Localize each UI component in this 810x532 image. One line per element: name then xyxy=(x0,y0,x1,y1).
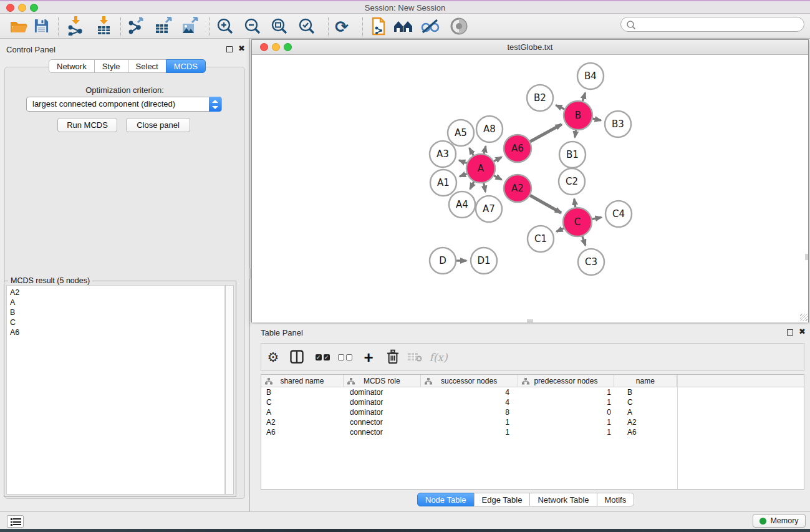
scroll-nub-bottom[interactable] xyxy=(527,319,533,322)
edge-C-C3[interactable] xyxy=(582,236,586,246)
mcds-result-list[interactable]: A2ABCA6 xyxy=(6,285,225,495)
search-input[interactable] xyxy=(637,18,799,31)
node-C4[interactable]: C4 xyxy=(605,201,632,227)
node-B3[interactable]: B3 xyxy=(605,111,631,137)
zoom-out-button[interactable] xyxy=(242,16,263,37)
table-row-B[interactable]: Bdominator41B xyxy=(261,387,804,397)
mcds-result-scrollbar[interactable] xyxy=(225,285,234,495)
edge-A-A7[interactable] xyxy=(484,183,486,192)
hide-graphics-details-button[interactable] xyxy=(420,16,441,37)
table-row-A2[interactable]: A2connector11A2 xyxy=(261,417,804,427)
node-A6[interactable]: A6 xyxy=(504,135,531,162)
edge-A-A8[interactable] xyxy=(484,146,486,153)
select-all-button[interactable]: ✓✓ xyxy=(312,347,332,367)
node-A1[interactable]: A1 xyxy=(430,170,456,196)
node-B[interactable]: B xyxy=(564,101,592,130)
mcds-result-item[interactable]: A xyxy=(10,297,224,307)
node-A8[interactable]: A8 xyxy=(476,116,503,142)
deselect-all-button[interactable] xyxy=(335,347,355,367)
edge-B-B4[interactable] xyxy=(582,93,585,101)
close-panel-icon[interactable]: ✖ xyxy=(799,327,806,336)
table-options-button[interactable]: ⚙ xyxy=(263,347,283,367)
node-A5[interactable]: A5 xyxy=(448,120,474,146)
export-image-button[interactable] xyxy=(179,16,200,37)
import-network-button[interactable] xyxy=(65,16,86,37)
open-session-button[interactable] xyxy=(8,16,29,37)
edge-A-A3[interactable] xyxy=(459,160,466,163)
column-header-name[interactable]: name xyxy=(614,375,677,387)
table-row-C[interactable]: Cdominator41C xyxy=(261,397,804,407)
float-panel-icon[interactable] xyxy=(787,329,793,336)
window-resize-grip[interactable] xyxy=(800,314,808,321)
edge-C-C2[interactable] xyxy=(574,199,576,207)
edge-B-B1[interactable] xyxy=(575,130,576,138)
delete-table-button[interactable] xyxy=(405,347,425,367)
edge-A6-B[interactable] xyxy=(530,124,561,142)
mcds-result-item[interactable]: B xyxy=(10,307,224,317)
edge-A-A1[interactable] xyxy=(460,174,466,177)
node-D[interactable]: D xyxy=(430,248,456,274)
save-session-button[interactable] xyxy=(31,16,52,37)
tab-node-table[interactable]: Node Table xyxy=(417,493,475,506)
zoom-fit-button[interactable] xyxy=(269,16,290,37)
edge-A-A6[interactable] xyxy=(494,157,501,162)
memory-button[interactable]: Memory xyxy=(753,514,806,528)
export-table-button[interactable] xyxy=(152,16,173,37)
edge-A-A4[interactable] xyxy=(470,181,474,189)
close-panel-button[interactable]: Close panel xyxy=(126,118,190,132)
scroll-nub-right[interactable] xyxy=(805,254,808,260)
node-C2[interactable]: C2 xyxy=(559,168,585,195)
edge-A2-C[interactable] xyxy=(530,195,561,213)
column-header-shared-name[interactable]: shared name xyxy=(261,375,344,387)
node-A4[interactable]: A4 xyxy=(449,191,475,218)
node-C[interactable]: C xyxy=(563,208,592,236)
criterion-dropdown[interactable]: largest connected component (directed) xyxy=(26,97,222,112)
column-header-MCDS-role[interactable]: MCDS role xyxy=(344,375,421,387)
edge-C-C4[interactable] xyxy=(592,217,602,219)
close-panel-icon[interactable]: ✖ xyxy=(238,44,245,53)
edge-A-A2[interactable] xyxy=(494,175,501,180)
float-panel-icon[interactable] xyxy=(226,46,233,52)
run-mcds-button[interactable]: Run MCDS xyxy=(57,118,117,132)
zoom-selected-button[interactable] xyxy=(296,16,317,37)
task-history-button[interactable] xyxy=(7,515,24,528)
edge-C-C1[interactable] xyxy=(556,228,564,231)
show-birds-eye-button[interactable] xyxy=(448,16,470,37)
tab-select[interactable]: Select xyxy=(128,59,166,73)
node-D1[interactable]: D1 xyxy=(471,248,497,274)
edge-B-B2[interactable] xyxy=(556,105,564,109)
node-A7[interactable]: A7 xyxy=(476,196,502,222)
node-A2[interactable]: A2 xyxy=(504,175,531,202)
node-B2[interactable]: B2 xyxy=(527,85,553,111)
delete-column-button[interactable] xyxy=(383,347,403,367)
network-canvas[interactable]: AA1A2A3A4A5A6A7A8BB1B2B3B4CC1C2C3C4DD1 xyxy=(252,56,808,322)
tab-network[interactable]: Network xyxy=(49,59,95,73)
mcds-result-item[interactable]: A6 xyxy=(10,327,224,337)
mcds-result-item[interactable]: A2 xyxy=(10,288,224,297)
tab-network-table[interactable]: Network Table xyxy=(529,493,597,506)
table-row-A6[interactable]: A6connector11A6 xyxy=(261,427,804,437)
node-C1[interactable]: C1 xyxy=(528,226,554,252)
tab-mcds[interactable]: MCDS xyxy=(166,59,206,73)
export-network-button[interactable] xyxy=(126,16,147,37)
tab-motifs[interactable]: Motifs xyxy=(597,493,635,506)
new-network-from-selection-button[interactable] xyxy=(368,16,389,37)
import-table-button[interactable] xyxy=(93,16,114,37)
zoom-in-button[interactable] xyxy=(215,16,236,37)
column-header-successor-nodes[interactable]: successor nodes xyxy=(421,375,518,387)
node-B1[interactable]: B1 xyxy=(559,142,586,168)
function-builder-button[interactable]: f(x) xyxy=(428,347,448,367)
tab-style[interactable]: Style xyxy=(94,59,128,73)
node-A[interactable]: A xyxy=(466,154,495,183)
edge-A-A5[interactable] xyxy=(470,148,474,155)
mcds-result-item[interactable]: C xyxy=(10,317,224,327)
column-header-predecessor-nodes[interactable]: predecessor nodes xyxy=(518,375,615,387)
network-window-titlebar[interactable]: testGlobe.txt xyxy=(252,40,808,55)
edge-B-B3[interactable] xyxy=(592,118,600,120)
refresh-view-button[interactable]: ⟳ xyxy=(331,16,352,37)
node-A3[interactable]: A3 xyxy=(430,141,456,167)
column-selector-button[interactable] xyxy=(287,347,307,367)
tab-edge-table[interactable]: Edge Table xyxy=(474,493,531,506)
node-C3[interactable]: C3 xyxy=(578,249,604,275)
node-B4[interactable]: B4 xyxy=(577,63,604,89)
